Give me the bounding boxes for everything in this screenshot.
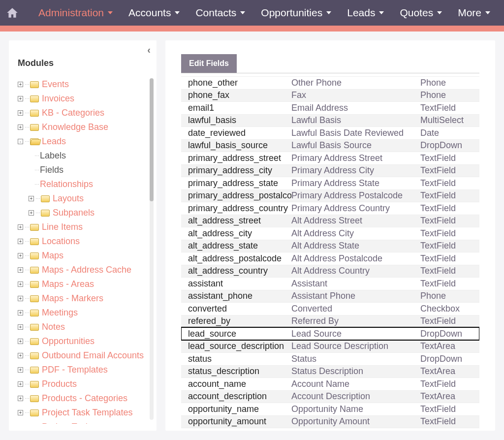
tree-item[interactable]: ⋯Labels	[18, 149, 152, 163]
tree-item[interactable]: +⋯Locations	[18, 234, 152, 249]
expand-icon[interactable]: +	[29, 196, 34, 201]
tree-item-label[interactable]: Fields	[40, 165, 63, 175]
tree-item[interactable]: +⋯Line Items	[18, 220, 152, 234]
tree-item-label[interactable]: Meetings	[42, 308, 78, 318]
field-row[interactable]: lead_source_descriptionLead Source Descr…	[181, 340, 479, 353]
field-row[interactable]: account_nameAccount NameTextField	[181, 377, 479, 390]
expand-icon[interactable]: +	[18, 253, 23, 258]
tree-item-label[interactable]: Project Task Templates	[42, 408, 132, 418]
tree-item[interactable]: +⋯Maps - Address Cache	[18, 263, 152, 277]
field-row[interactable]: phone_otherOther PhonePhone	[181, 76, 479, 89]
field-row[interactable]: convertedConvertedCheckbox	[181, 302, 479, 315]
field-row[interactable]: lawful_basisLawful BasisMultiSelect	[181, 114, 479, 127]
field-row[interactable]: opportunity_nameOpportunity NameTextFiel…	[181, 403, 479, 415]
nav-item-administration[interactable]: Administration	[31, 0, 121, 26]
nav-item-leads[interactable]: Leads	[339, 0, 392, 26]
tree-item-label[interactable]: Outbound Email Accounts	[42, 350, 144, 361]
tree-item[interactable]: +⋯Outbound Email Accounts	[18, 348, 152, 363]
nav-item-contacts[interactable]: Contacts	[188, 0, 253, 26]
field-row[interactable]: alt_address_streetAlt Address StreetText…	[181, 215, 479, 227]
tree-item-label[interactable]: Notes	[42, 322, 65, 332]
expand-icon[interactable]: +	[18, 125, 23, 130]
tree-item[interactable]: +⋯Subpanels	[18, 206, 152, 220]
tree-item[interactable]: ⋯Relationships	[18, 177, 152, 191]
field-row[interactable]: statusStatusDropDown	[181, 352, 479, 365]
expand-icon[interactable]: +	[18, 339, 23, 344]
field-row[interactable]: alt_address_stateAlt Address StateTextFi…	[181, 240, 479, 252]
field-row[interactable]: lawful_basis_sourceLawful Basis SourceDr…	[181, 139, 479, 152]
expand-icon[interactable]: +	[18, 296, 23, 301]
tree-item-label[interactable]: Opportunities	[42, 336, 94, 346]
tree-item-label[interactable]: Knowledge Base	[42, 122, 108, 132]
tree-item-label[interactable]: Maps - Address Cache	[42, 265, 131, 275]
field-row[interactable]: primary_address_postalcodePrimary Addres…	[181, 189, 479, 202]
tree-item-label[interactable]: Leads	[42, 136, 66, 147]
expand-icon[interactable]: +	[18, 110, 23, 116]
field-row[interactable]: assistantAssistantTextField	[181, 277, 479, 290]
tree-item[interactable]: +⋯Opportunities	[18, 334, 152, 348]
tree-item[interactable]: +⋯Invoices	[18, 92, 152, 106]
field-row[interactable]: opportunity_amountOpportunity AmountText…	[181, 415, 479, 428]
tree-item[interactable]: +⋯Maps - Markers	[18, 291, 152, 306]
nav-item-opportunities[interactable]: Opportunities	[253, 0, 339, 26]
tree-item[interactable]: ⋯Fields	[18, 163, 152, 177]
field-row[interactable]: email1Email AddressTextField	[181, 101, 479, 114]
tree-item[interactable]: +⋯Meetings	[18, 306, 152, 320]
expand-icon[interactable]: +	[18, 96, 23, 101]
tree-item[interactable]: +⋯KB - Categories	[18, 106, 152, 120]
tree-item[interactable]: +⋯Maps	[18, 249, 152, 263]
edit-fields-tab[interactable]: Edit Fields	[181, 54, 237, 73]
tree-item-label[interactable]: Products	[42, 379, 77, 389]
tree-item-label[interactable]: PDF - Templates	[42, 365, 108, 375]
expand-icon[interactable]: +	[29, 210, 34, 216]
tree-item-label[interactable]: Project Tasks	[42, 422, 94, 424]
expand-icon[interactable]: +	[18, 282, 23, 287]
tree-item[interactable]: +⋯Project Tasks	[18, 420, 152, 424]
field-row[interactable]: account_descriptionAccount DescriptionTe…	[181, 390, 479, 403]
expand-icon[interactable]: +	[18, 324, 23, 330]
expand-icon[interactable]: +	[18, 82, 23, 87]
tree-item[interactable]: +⋯Events	[18, 77, 152, 92]
field-row[interactable]: birthdateBirthdateDate	[181, 428, 479, 431]
tree-item-label[interactable]: KB - Categories	[42, 108, 104, 118]
tree-item-label[interactable]: Layouts	[53, 193, 84, 204]
field-row[interactable]: phone_faxFaxPhone	[181, 89, 479, 102]
field-row[interactable]: date_reviewedLawful Basis Date ReviewedD…	[181, 126, 479, 139]
tree-item[interactable]: +⋯Knowledge Base	[18, 120, 152, 134]
expand-icon[interactable]: +	[18, 410, 23, 415]
tree-item[interactable]: +⋯Project Task Templates	[18, 406, 152, 420]
tree-item-label[interactable]: Maps	[42, 251, 63, 261]
tree-item-label[interactable]: Relationships	[40, 179, 93, 189]
field-row[interactable]: lead_sourceLead SourceDropDown	[181, 327, 479, 340]
tree-item[interactable]: +⋯Products - Categories	[18, 391, 152, 406]
field-row[interactable]: primary_address_countryPrimary Address C…	[181, 202, 479, 215]
tree-item-label[interactable]: Labels	[40, 151, 66, 161]
expand-icon[interactable]: +	[18, 267, 23, 273]
tree-item-label[interactable]: Locations	[42, 236, 80, 247]
sidebar-scrollbar[interactable]	[150, 78, 154, 420]
field-row[interactable]: primary_address_cityPrimary Address City…	[181, 164, 479, 177]
field-row[interactable]: alt_address_countryAlt Address CountryTe…	[181, 265, 479, 278]
tree-item-label[interactable]: Invoices	[42, 94, 74, 104]
expand-icon[interactable]: +	[18, 396, 23, 401]
tree-item-label[interactable]: Line Items	[42, 222, 83, 232]
tree-item[interactable]: +⋯Layouts	[18, 191, 152, 206]
field-row[interactable]: status_descriptionStatus DescriptionText…	[181, 365, 479, 378]
tree-item-label[interactable]: Maps - Areas	[42, 279, 94, 289]
tree-item-label[interactable]: Subpanels	[53, 208, 94, 218]
expand-icon[interactable]: +	[18, 224, 23, 230]
expand-icon[interactable]: +	[18, 310, 23, 315]
collapse-sidebar-icon[interactable]: ‹	[147, 44, 151, 56]
tree-item[interactable]: +⋯Products	[18, 377, 152, 391]
tree-item[interactable]: -⋯Leads	[18, 134, 152, 149]
nav-item-more[interactable]: More	[450, 0, 498, 26]
field-row[interactable]: primary_address_streetPrimary Address St…	[181, 152, 479, 164]
field-row[interactable]: alt_address_postalcodeAlt Address Postal…	[181, 252, 479, 265]
field-row[interactable]: refered_byReferred ByTextField	[181, 315, 479, 328]
expand-icon[interactable]: +	[18, 367, 23, 373]
field-row[interactable]: assistant_phoneAssistant PhonePhone	[181, 290, 479, 303]
field-row[interactable]: primary_address_statePrimary Address Sta…	[181, 177, 479, 189]
expand-icon[interactable]: +	[18, 381, 23, 387]
tree-item[interactable]: +⋯Maps - Areas	[18, 277, 152, 291]
tree-item[interactable]: +⋯Notes	[18, 320, 152, 334]
